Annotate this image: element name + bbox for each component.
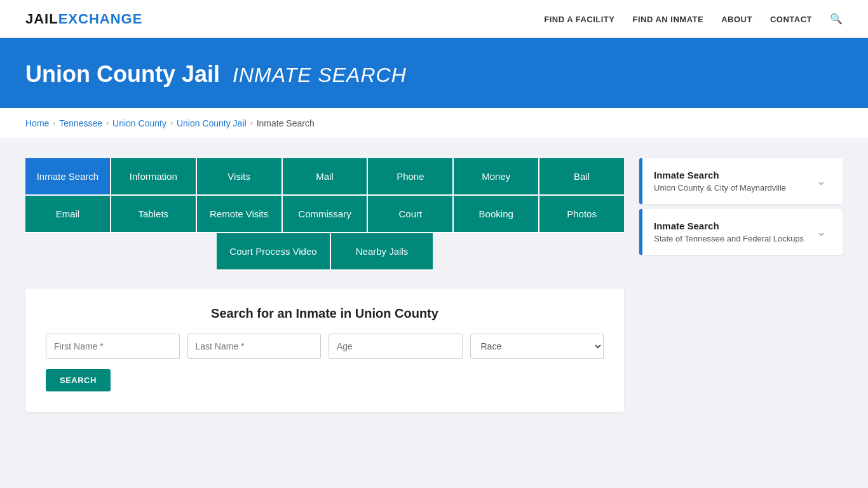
search-form-row-1: Race White Black Hispanic Asian Other xyxy=(46,334,604,359)
race-select[interactable]: Race White Black Hispanic Asian Other xyxy=(470,334,604,359)
tab-mail[interactable]: Mail xyxy=(283,158,369,196)
tab-tablets[interactable]: Tablets xyxy=(111,196,197,233)
tab-bail[interactable]: Bail xyxy=(539,158,624,196)
search-box: Search for an Inmate in Union County Rac… xyxy=(25,288,624,412)
tabs-grid: Inmate Search Information Visits Mail Ph… xyxy=(25,158,624,271)
tab-photos[interactable]: Photos xyxy=(539,196,624,233)
nav-find-facility[interactable]: FIND A FACILITY xyxy=(544,15,614,24)
breadcrumb-union-county-jail[interactable]: Union County Jail xyxy=(177,118,247,128)
age-input[interactable] xyxy=(329,334,463,359)
nav-find-inmate[interactable]: FIND AN INMATE xyxy=(632,15,703,24)
breadcrumb-tennessee[interactable]: Tennessee xyxy=(59,118,102,128)
breadcrumb-current: Inmate Search xyxy=(257,118,315,128)
search-button[interactable]: SEARCH xyxy=(46,369,111,391)
breadcrumb-sep-4: › xyxy=(250,119,253,128)
breadcrumb-home[interactable]: Home xyxy=(25,118,49,128)
navbar: JAILEXCHANGE FIND A FACILITY FIND AN INM… xyxy=(0,0,868,38)
sidebar-card-county-title: Inmate Search xyxy=(654,170,786,180)
sidebar-card-county-text: Inmate Search Union County & City of May… xyxy=(642,170,786,193)
tabs-row-2: Email Tablets Remote Visits Commissary C… xyxy=(25,196,624,233)
nav-contact[interactable]: CONTACT xyxy=(770,15,812,24)
tab-visits[interactable]: Visits xyxy=(197,158,283,196)
tab-court-process-video[interactable]: Court Process Video xyxy=(217,233,331,271)
tab-nearby-jails[interactable]: Nearby Jails xyxy=(331,233,433,271)
tab-information[interactable]: Information xyxy=(111,158,197,196)
logo-exchange: EXCHANGE xyxy=(58,11,143,27)
tab-remote-visits[interactable]: Remote Visits xyxy=(197,196,283,233)
breadcrumb-union-county[interactable]: Union County xyxy=(112,118,166,128)
tab-email[interactable]: Email xyxy=(25,196,111,233)
search-icon[interactable]: 🔍 xyxy=(830,13,843,24)
sidebar-card-county[interactable]: Inmate Search Union County & City of May… xyxy=(639,158,843,204)
sidebar-card-state-text: Inmate Search State of Tennessee and Fed… xyxy=(642,220,804,243)
tab-inmate-search[interactable]: Inmate Search xyxy=(25,158,111,196)
tab-phone[interactable]: Phone xyxy=(368,158,454,196)
tab-court[interactable]: Court xyxy=(368,196,454,233)
tab-commissary[interactable]: Commissary xyxy=(283,196,369,233)
sidebar-card-state[interactable]: Inmate Search State of Tennessee and Fed… xyxy=(639,209,843,255)
hero-title-main: Union County Jail xyxy=(25,61,220,87)
tabs-row-1: Inmate Search Information Visits Mail Ph… xyxy=(25,158,624,196)
search-form-title: Search for an Inmate in Union County xyxy=(46,306,604,321)
breadcrumb-sep-1: › xyxy=(53,119,55,128)
first-name-input[interactable] xyxy=(46,334,180,359)
page-title: Union County Jail INMATE SEARCH xyxy=(25,61,843,88)
hero-title-italic: INMATE SEARCH xyxy=(233,64,407,86)
nav-links: FIND A FACILITY FIND AN INMATE ABOUT CON… xyxy=(544,13,843,25)
logo-jail: JAIL xyxy=(25,11,58,27)
left-column: Inmate Search Information Visits Mail Ph… xyxy=(25,158,624,412)
tab-booking[interactable]: Booking xyxy=(454,196,539,233)
breadcrumb-sep-2: › xyxy=(106,119,109,128)
main-content: Inmate Search Information Visits Mail Ph… xyxy=(0,139,868,431)
sidebar-card-state-sub: State of Tennessee and Federal Lockups xyxy=(654,234,804,243)
chevron-down-icon: ⌄ xyxy=(817,174,831,188)
breadcrumb: Home › Tennessee › Union County › Union … xyxy=(0,108,868,139)
sidebar-card-state-title: Inmate Search xyxy=(654,220,804,231)
right-sidebar: Inmate Search Union County & City of May… xyxy=(639,158,843,259)
last-name-input[interactable] xyxy=(187,334,322,359)
site-logo[interactable]: JAILEXCHANGE xyxy=(25,11,142,27)
nav-about[interactable]: ABOUT xyxy=(721,15,752,24)
sidebar-card-county-sub: Union County & City of Maynardville xyxy=(654,183,786,193)
chevron-down-icon-2: ⌄ xyxy=(817,225,831,239)
hero-banner: Union County Jail INMATE SEARCH xyxy=(0,38,868,108)
tab-money[interactable]: Money xyxy=(454,158,539,196)
tabs-row-3: Court Process Video Nearby Jails xyxy=(25,233,624,271)
breadcrumb-sep-3: › xyxy=(170,119,173,128)
